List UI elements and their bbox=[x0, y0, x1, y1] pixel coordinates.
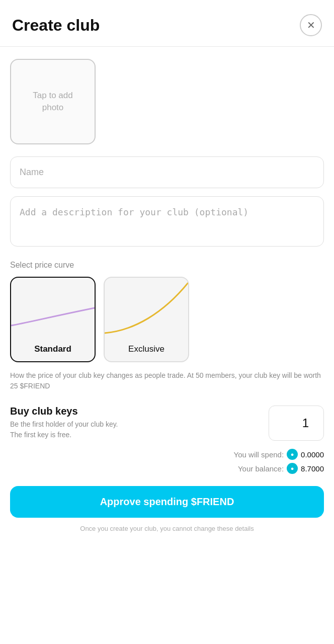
price-curve-exclusive[interactable]: Exclusive bbox=[104, 277, 189, 362]
price-curve-standard[interactable]: Standard bbox=[10, 277, 96, 362]
buy-keys-section: Buy club keys Be the first holder of you… bbox=[10, 406, 324, 441]
content-area: Tap to addphoto Select price curve Stand… bbox=[0, 47, 334, 544]
you-will-spend-value: 0.0000 bbox=[301, 450, 324, 459]
your-balance-value: 8.7000 bbox=[301, 464, 324, 473]
your-balance-row: Your balance: ● 8.7000 bbox=[238, 463, 324, 474]
close-icon: ✕ bbox=[307, 19, 315, 31]
you-will-spend-row: You will spend: ● 0.0000 bbox=[234, 449, 324, 460]
description-input[interactable] bbox=[10, 196, 324, 247]
buy-keys-sub-line2: The first key is free. bbox=[10, 430, 118, 440]
header: Create club ✕ bbox=[0, 0, 334, 47]
footer-note: Once you create your club, you cannot ch… bbox=[10, 525, 324, 532]
page-title: Create club bbox=[12, 16, 100, 35]
select-price-curve-label: Select price curve bbox=[10, 261, 324, 270]
approve-button[interactable]: Approve spending $FRIEND bbox=[10, 486, 324, 518]
key-count-input[interactable] bbox=[269, 406, 324, 441]
buy-keys-text: Buy club keys Be the first holder of you… bbox=[10, 406, 118, 440]
buy-keys-title: Buy club keys bbox=[10, 406, 118, 417]
price-curve-description: How the price of your club key changes a… bbox=[10, 370, 324, 391]
name-input[interactable] bbox=[10, 156, 324, 188]
photo-upload-button[interactable]: Tap to addphoto bbox=[10, 59, 96, 144]
you-will-spend-label: You will spend: bbox=[234, 450, 284, 459]
spend-info: You will spend: ● 0.0000 Your balance: ●… bbox=[10, 449, 324, 474]
buy-keys-sub-line1: Be the first holder of your club key. bbox=[10, 419, 118, 430]
friend-icon-balance: ● bbox=[287, 463, 298, 474]
your-balance-label: Your balance: bbox=[238, 464, 284, 473]
standard-label: Standard bbox=[34, 344, 71, 354]
close-button[interactable]: ✕ bbox=[300, 14, 322, 36]
price-curve-options: Standard Exclusive bbox=[10, 277, 324, 362]
friend-icon-spend: ● bbox=[287, 449, 298, 460]
photo-upload-label: Tap to addphoto bbox=[33, 90, 72, 114]
exclusive-label: Exclusive bbox=[128, 344, 164, 354]
